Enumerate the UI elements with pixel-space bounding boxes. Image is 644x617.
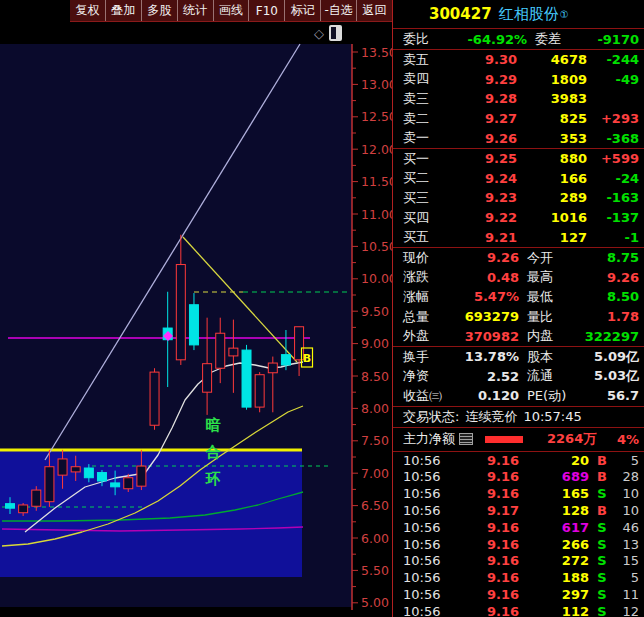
tick-count: 10 xyxy=(615,503,639,518)
ob-price: 9.28 xyxy=(439,91,517,106)
quote-label: 现价 xyxy=(403,249,447,267)
tick-volume: 165 xyxy=(519,486,589,501)
main-force-amount: 2264万 xyxy=(547,430,596,448)
bid-row-2[interactable]: 买二9.24166-24 xyxy=(403,169,639,189)
toolbar-button-复权[interactable]: 复权 xyxy=(70,0,105,21)
ob-delta: -49 xyxy=(587,72,639,87)
candle-body xyxy=(189,305,198,345)
bid-row-1[interactable]: 买一9.25880+599 xyxy=(403,149,639,169)
tick-time: 10:56 xyxy=(403,520,449,535)
indicator-text-char: 合 xyxy=(205,443,222,461)
quote-value: 693279 xyxy=(447,309,519,324)
tick-price: 9.16 xyxy=(449,587,519,602)
tick-count: 28 xyxy=(615,469,639,484)
diamond-marker-icon[interactable]: ◇ xyxy=(314,27,324,40)
bid-row-5[interactable]: 买五9.21127-1 xyxy=(403,227,639,247)
quote-value: 56.7 xyxy=(577,388,639,403)
toolbar-button-叠加[interactable]: 叠加 xyxy=(105,0,141,21)
ask-row-2[interactable]: 卖四9.291809-49 xyxy=(403,70,639,90)
tick-row-1[interactable]: 10:569.1620B5 xyxy=(403,452,639,469)
bid-row-3[interactable]: 买三9.23289-163 xyxy=(403,188,639,208)
toolbar-button-返回[interactable]: 返回 xyxy=(356,0,392,21)
quote-panel: 300427 红相股份 ① 委比 -64.92% 委差 -9170 卖五9.30… xyxy=(392,0,644,617)
tick-price: 9.16 xyxy=(449,537,519,552)
ob-volume: 1016 xyxy=(517,210,587,225)
toolbar-button-F10[interactable]: F10 xyxy=(248,0,284,21)
quote-label: PE(动) xyxy=(519,387,577,405)
buy-marker-label: B xyxy=(303,352,311,365)
toolbar-buttons: 复权叠加多股统计画线F10标记-自选返回 xyxy=(70,0,392,22)
quote-label: 量比 xyxy=(519,308,577,326)
stock-header[interactable]: 300427 红相股份 ① xyxy=(393,0,644,29)
tick-row-7[interactable]: 10:569.16272S15 xyxy=(403,552,639,569)
candle-body xyxy=(268,363,277,373)
main-force-row[interactable]: 主力净额 2264万 4% xyxy=(393,428,644,452)
quote-row: 现价9.26今开8.75 xyxy=(403,248,639,268)
quote-label: 今开 xyxy=(519,249,577,267)
ob-price: 9.23 xyxy=(439,190,517,205)
ask-row-4[interactable]: 卖二9.27825+293 xyxy=(403,109,639,129)
ob-label: 买五 xyxy=(403,228,439,246)
tick-row-6[interactable]: 10:569.16266S13 xyxy=(403,536,639,553)
tick-row-10[interactable]: 10:569.16112S12 xyxy=(403,603,639,617)
ob-delta: -137 xyxy=(587,210,639,225)
toolbar-button-统计[interactable]: 统计 xyxy=(177,0,213,21)
axis-label: 13.50 xyxy=(361,45,392,60)
ask-row-5[interactable]: 卖一9.26353-368 xyxy=(403,128,639,148)
quote-label: 换手 xyxy=(403,348,447,366)
axis-label: 5.50 xyxy=(361,563,389,578)
tick-side: S xyxy=(589,520,615,535)
tick-volume: 128 xyxy=(519,503,589,518)
list-icon[interactable] xyxy=(459,433,473,445)
quote-value: 322297 xyxy=(577,329,639,344)
tick-side: B xyxy=(589,503,615,518)
tick-price: 9.16 xyxy=(449,520,519,535)
axis-label: 10.00 xyxy=(361,271,392,286)
tick-row-8[interactable]: 10:569.16188S5 xyxy=(403,569,639,586)
ob-label: 买四 xyxy=(403,209,439,227)
tick-volume: 297 xyxy=(519,587,589,602)
fundamental-stats: 换手13.78%股本5.09亿净资2.52流通5.03亿收益㈢0.120PE(动… xyxy=(393,347,644,407)
tick-volume: 266 xyxy=(519,537,589,552)
ob-volume: 880 xyxy=(517,151,587,166)
toolbar-button-标记[interactable]: 标记 xyxy=(284,0,320,21)
candlestick-chart[interactable]: B暗合环13.5013.0012.5012.0011.5011.0010.501… xyxy=(0,0,392,617)
tick-time: 10:56 xyxy=(403,503,449,518)
ob-price: 9.29 xyxy=(439,72,517,87)
candle-body xyxy=(71,467,80,472)
tick-row-5[interactable]: 10:569.16617S46 xyxy=(403,519,639,536)
candle-body xyxy=(255,375,264,407)
bid-row-4[interactable]: 买四9.221016-137 xyxy=(403,208,639,228)
quote-label: 最高 xyxy=(519,268,577,286)
tick-volume: 20 xyxy=(519,453,589,468)
ob-price: 9.27 xyxy=(439,111,517,126)
ob-delta: +599 xyxy=(587,151,639,166)
weibi-label: 委比 xyxy=(403,30,461,48)
ask-row-1[interactable]: 卖五9.304678-244 xyxy=(403,50,639,70)
tick-row-9[interactable]: 10:569.16297S11 xyxy=(403,586,639,603)
toolbar-button--自选[interactable]: -自选 xyxy=(320,0,356,21)
tick-row-4[interactable]: 10:569.17128B10 xyxy=(403,502,639,519)
tick-count: 5 xyxy=(615,453,639,468)
quote-value: 8.75 xyxy=(577,250,639,265)
panel-layout-icon[interactable] xyxy=(329,25,342,41)
axis-label: 9.50 xyxy=(361,304,389,319)
axis-label: 6.50 xyxy=(361,498,389,513)
tick-row-3[interactable]: 10:569.16165S10 xyxy=(403,485,639,502)
tick-count: 5 xyxy=(615,570,639,585)
toolbar-button-多股[interactable]: 多股 xyxy=(141,0,177,21)
tick-time: 10:56 xyxy=(403,453,449,468)
tick-volume: 272 xyxy=(519,553,589,568)
candle-body xyxy=(242,350,251,407)
ob-price: 9.30 xyxy=(439,52,517,67)
tick-row-2[interactable]: 10:569.16689B28 xyxy=(403,468,639,485)
candle-body xyxy=(124,478,133,489)
candle-body xyxy=(19,505,28,513)
tick-side: S xyxy=(589,486,615,501)
tick-price: 9.16 xyxy=(449,570,519,585)
toolbar-button-画线[interactable]: 画线 xyxy=(213,0,249,21)
tick-volume: 112 xyxy=(519,604,589,617)
ob-delta: -24 xyxy=(587,171,639,186)
ob-volume: 825 xyxy=(517,111,587,126)
ask-row-3[interactable]: 卖三9.283983 xyxy=(403,89,639,109)
